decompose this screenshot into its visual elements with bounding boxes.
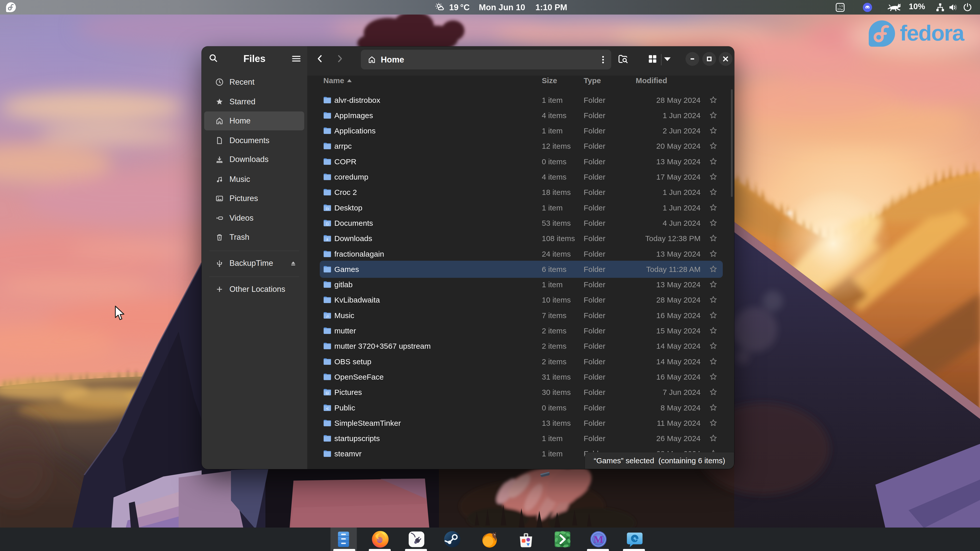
svg-text:»»: »» — [837, 7, 841, 11]
svg-text:M: M — [593, 534, 603, 545]
